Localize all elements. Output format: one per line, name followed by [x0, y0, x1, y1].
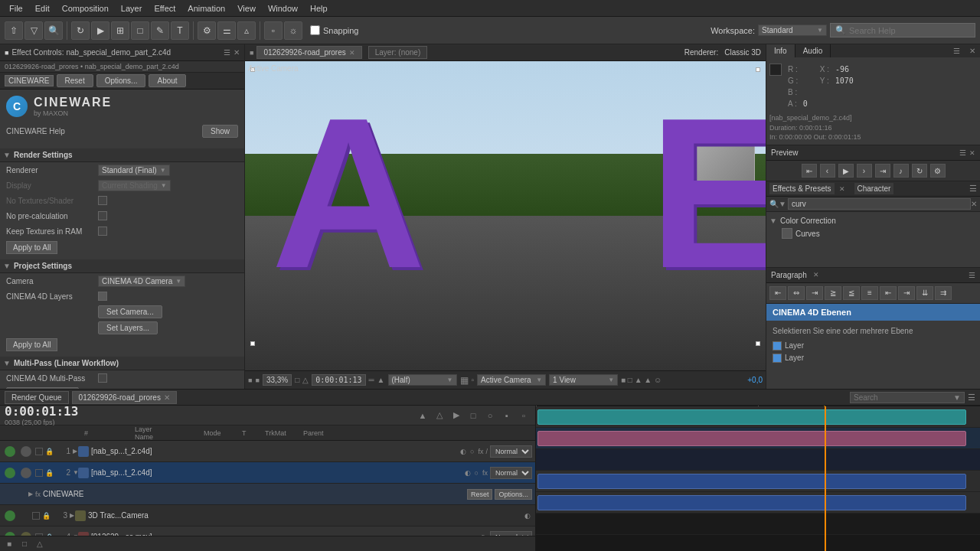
quality-dropdown[interactable]: (Half) ▼ [388, 374, 457, 386]
c4d-layer-checkbox-1[interactable] [773, 341, 782, 350]
align-center-btn[interactable]: ⇔ [788, 286, 805, 300]
para-close-icon[interactable]: ✕ [813, 271, 819, 279]
layer-2-solo[interactable] [35, 469, 43, 477]
layer-3-vis[interactable] [5, 510, 15, 521]
menu-composition[interactable]: Composition [56, 2, 115, 15]
tl-search-arrow[interactable]: ▼ [953, 393, 961, 402]
view-type-dropdown[interactable]: 1 View ▼ [549, 374, 618, 386]
set-camera-btn[interactable]: Set Camera... [98, 305, 162, 318]
cc-header[interactable]: ▼ Color Correction [769, 215, 977, 227]
indent-increase-btn[interactable]: ⇥ [898, 286, 915, 300]
tl-solo-icon[interactable]: △ [433, 409, 446, 422]
menu-help[interactable]: Help [304, 2, 334, 15]
tl-adjust-icon[interactable]: ▪ [500, 409, 514, 422]
tl-shape-icon[interactable]: ▫ [517, 409, 531, 422]
layer-1-expand[interactable]: ▶ [73, 448, 76, 455]
c4d-layer-checkbox-2[interactable] [773, 354, 782, 363]
clip-4[interactable] [537, 495, 966, 510]
layer-3-solo[interactable] [32, 512, 40, 520]
about-btn[interactable]: About [149, 74, 185, 87]
align-left-btn[interactable]: ⇤ [769, 286, 786, 300]
hand-tool[interactable]: ▽ [24, 21, 43, 40]
tl-light-icon[interactable]: □ [466, 409, 480, 422]
effect-controls-close[interactable]: ✕ [234, 48, 240, 57]
info-panel-menu[interactable]: ☰ [949, 44, 965, 57]
multipass-section[interactable]: ▼ Multi-Pass (Linear Workflow) [0, 357, 244, 370]
preview-settings[interactable]: ⚙ [930, 164, 946, 178]
select-tool[interactable]: ⇧ [5, 21, 23, 40]
ep-search-input[interactable] [792, 200, 967, 208]
c4d-multipass-checkbox[interactable] [98, 373, 107, 383]
c4d-layers-checkbox[interactable] [98, 292, 107, 301]
layer-2-expand[interactable]: ▼ [73, 469, 76, 476]
options-btn[interactable]: Options... [96, 74, 146, 87]
tl-frame-btn[interactable]: □ [18, 538, 31, 550]
clip-2[interactable] [537, 431, 966, 446]
justify-full-btn[interactable]: ≡ [861, 286, 878, 300]
menu-animation[interactable]: Animation [181, 2, 231, 15]
effects-expand[interactable]: ▶ [28, 491, 33, 497]
ep-title[interactable]: Effects & Presets [769, 183, 835, 194]
tl-search-input[interactable] [854, 393, 952, 402]
preview-prev-frame[interactable]: ‹ [820, 164, 835, 178]
preview-loop[interactable]: ↻ [912, 164, 927, 178]
menu-layer[interactable]: Layer [115, 2, 149, 15]
renderer-dropdown[interactable]: Standard (Final) ▼ [98, 165, 170, 176]
set-layers-btn[interactable]: Set Layers... [98, 321, 158, 334]
tl-stagger-icon[interactable]: ▲ [416, 409, 430, 422]
menu-view[interactable]: View [231, 2, 262, 15]
menu-effect[interactable]: Effect [148, 2, 181, 15]
camera-tool[interactable]: ▶ [91, 21, 109, 40]
layer-2-vis[interactable] [5, 468, 15, 478]
eraser-tool[interactable]: ▵ [237, 21, 256, 40]
clone-tool[interactable]: ⚌ [217, 21, 236, 40]
puppet-tool[interactable]: ☼ [284, 21, 302, 40]
info-tab[interactable]: Info [766, 44, 795, 57]
shape-tool[interactable]: □ [131, 21, 149, 40]
workspace-dropdown[interactable]: Standard ▼ [758, 24, 827, 36]
preview-menu[interactable]: ☰ [959, 148, 966, 157]
view-dropdown[interactable]: Active Camera ▼ [477, 374, 546, 386]
layer-1-vis[interactable] [5, 446, 15, 457]
preview-audio[interactable]: ♪ [893, 164, 909, 178]
tl-graph-btn[interactable]: △ [34, 538, 46, 550]
snapping-checkbox[interactable] [310, 25, 320, 35]
render-apply-btn[interactable]: Apply to All [6, 241, 57, 254]
comp-tab[interactable]: 012629926-road_prores ✕ [256, 46, 361, 59]
justify-btn[interactable]: ≧ [825, 286, 841, 300]
tl-timecode[interactable]: 0:00:01:13 [5, 404, 78, 419]
preview-close[interactable]: ✕ [969, 149, 975, 157]
align-right-btn[interactable]: ⇥ [806, 286, 823, 300]
comp-timeline-tab[interactable]: 012629926-road_prores ✕ [72, 391, 177, 404]
info-panel-close[interactable]: ✕ [965, 44, 980, 57]
layer-1-audio[interactable] [21, 446, 31, 457]
menu-edit[interactable]: Edit [29, 2, 56, 15]
cineware-options-btn[interactable]: Options... [495, 489, 532, 500]
render-queue-tab[interactable]: Render Queue [5, 391, 69, 404]
ep-menu[interactable]: ☰ [969, 184, 977, 194]
ep-close-icon[interactable]: ✕ [839, 185, 845, 193]
justify-all-btn[interactable]: ≦ [843, 286, 860, 300]
effect-controls-menu[interactable]: ☰ [224, 48, 230, 57]
cc-curves-item[interactable]: Curves [769, 227, 977, 240]
tl-menu[interactable]: ☰ [968, 393, 975, 403]
display-dropdown[interactable]: Current Shading ▼ [98, 180, 171, 191]
ep-clear-btn[interactable]: ✕ [971, 200, 977, 208]
menu-file[interactable]: File [3, 2, 29, 15]
time-display[interactable]: 0:00:01:13 [312, 374, 365, 386]
pen-tool[interactable]: ✎ [151, 21, 169, 40]
comp-tab-close[interactable]: ✕ [349, 49, 355, 57]
brush-tool[interactable]: ⚙ [198, 21, 216, 40]
audio-tab[interactable]: Audio [795, 44, 831, 57]
keep-textures-checkbox[interactable] [98, 227, 107, 236]
zoom-tool[interactable]: 🔍 [44, 21, 63, 40]
preview-play[interactable]: ▶ [838, 164, 854, 178]
clip-3[interactable] [537, 474, 966, 489]
rotation-tool[interactable]: ↻ [71, 21, 90, 40]
zoom-display[interactable]: 33,3% [263, 374, 292, 386]
text-tool[interactable]: T [171, 21, 189, 40]
no-precalc-checkbox[interactable] [98, 211, 107, 220]
layer-2-mode[interactable]: Normal [490, 467, 532, 479]
menu-window[interactable]: Window [262, 2, 304, 15]
render-settings-section[interactable]: ▼ Render Settings [0, 148, 244, 162]
